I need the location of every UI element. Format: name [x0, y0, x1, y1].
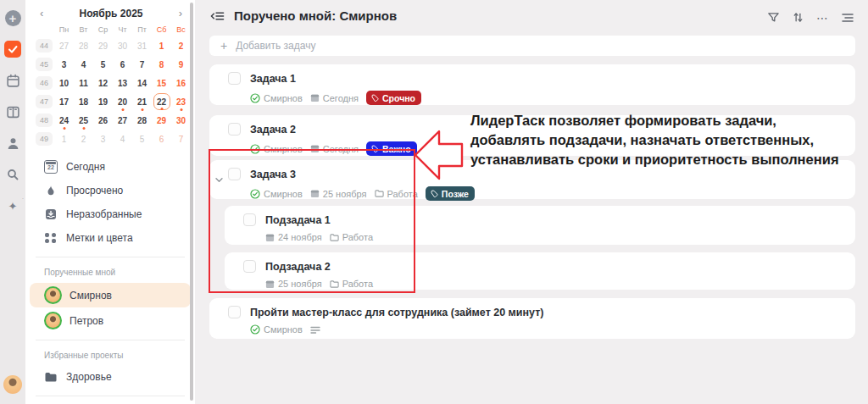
calendar-prev-button[interactable]: ‹: [37, 7, 46, 19]
priority-badge-later[interactable]: Позже: [426, 186, 475, 201]
kanban-icon[interactable]: [4, 103, 21, 120]
task-date[interactable]: 25 ноября: [310, 189, 367, 199]
calendar-day[interactable]: 27: [56, 37, 73, 54]
task-assignee[interactable]: Смирнов: [250, 93, 303, 103]
task-date[interactable]: 24 ноября: [265, 232, 322, 242]
notes-icon[interactable]: [310, 325, 320, 334]
add-task-input[interactable]: + Добавить задачу: [209, 36, 855, 56]
calendar-day[interactable]: 28: [134, 112, 151, 129]
add-task-placeholder: Добавить задачу: [236, 40, 315, 52]
calendar-day[interactable]: 17: [56, 93, 73, 110]
sparkles-icon[interactable]: ✦∙: [4, 197, 21, 214]
today-icon: 22: [44, 160, 58, 174]
subtask-card-2[interactable]: Подзадача 2 25 ноября Работа: [225, 252, 855, 290]
profile-avatar[interactable]: [3, 375, 22, 394]
view-options-icon[interactable]: [840, 10, 854, 25]
search-icon[interactable]: [4, 166, 21, 183]
task-assignee[interactable]: Смирнов: [250, 144, 303, 154]
task-assignee[interactable]: Смирнов: [250, 324, 303, 335]
calendar-day[interactable]: 29: [95, 37, 112, 54]
chevron-down-icon[interactable]: [215, 171, 223, 186]
calendar-day[interactable]: 15: [153, 75, 170, 91]
calendar-day[interactable]: 1: [56, 130, 73, 147]
calendar-day[interactable]: 30: [173, 112, 190, 129]
calendar-day[interactable]: 4: [75, 56, 92, 73]
calendar-day[interactable]: 19: [95, 93, 112, 110]
collapse-panel-icon[interactable]: [210, 8, 225, 23]
calendar-day[interactable]: 16: [173, 75, 190, 91]
task-assignee[interactable]: Смирнов: [250, 189, 303, 199]
calendar-day[interactable]: 7: [134, 56, 151, 73]
sidebar-item-smirnov[interactable]: Смирнов: [30, 283, 191, 307]
task-date[interactable]: 25 ноября: [265, 279, 322, 289]
priority-badge-important[interactable]: Важно: [366, 141, 417, 156]
calendar-day[interactable]: 20: [114, 93, 131, 110]
calendar-day[interactable]: 6: [153, 130, 170, 147]
labels-icon: [44, 231, 58, 245]
calendar-day[interactable]: 2: [173, 37, 190, 54]
task-card-masterclass[interactable]: Пройти мастер-класс для сотрудника (займ…: [209, 298, 855, 339]
calendar-day[interactable]: 6: [114, 56, 131, 73]
calendar-next-button[interactable]: ›: [176, 7, 185, 19]
add-icon[interactable]: +: [5, 10, 21, 26]
calendar-day[interactable]: 28: [75, 37, 92, 54]
divider: [36, 340, 185, 340]
task-project[interactable]: Работа: [330, 279, 373, 289]
sidebar-scrollbar[interactable]: [190, 3, 193, 401]
calendar-day[interactable]: 21: [134, 93, 151, 110]
sidebar-item-zdorovye[interactable]: Здоровье: [25, 365, 195, 389]
calendar-day[interactable]: 24: [56, 112, 73, 129]
calendar-day[interactable]: 7: [173, 130, 190, 147]
calendar-day[interactable]: 13: [114, 75, 131, 91]
calendar-day-selected[interactable]: 22: [153, 93, 170, 110]
task-checkbox[interactable]: [243, 260, 256, 273]
calendar-day[interactable]: 26: [95, 112, 112, 129]
task-project[interactable]: Работа: [375, 189, 418, 199]
task-checkbox[interactable]: [243, 213, 256, 226]
task-project[interactable]: Работа: [330, 232, 373, 242]
task-checkbox[interactable]: [228, 72, 241, 85]
task-checkbox[interactable]: [228, 306, 241, 318]
calendar-day[interactable]: 4: [114, 130, 131, 147]
calendar-day[interactable]: 31: [134, 37, 151, 54]
task-card-1[interactable]: Задача 1 Смирнов Сегодня Срочно: [209, 64, 855, 105]
calendar-day[interactable]: 9: [173, 56, 190, 73]
sidebar-item-overdue[interactable]: Просрочено: [25, 179, 195, 202]
calendar-day[interactable]: 3: [56, 56, 73, 73]
calendar-day[interactable]: 30: [114, 37, 131, 54]
calendar-day[interactable]: 11: [75, 75, 92, 91]
subtask-card-1[interactable]: Подзадача 1 24 ноября Работа: [225, 206, 855, 245]
calendar-day[interactable]: 5: [95, 56, 112, 73]
filter-icon[interactable]: [766, 10, 781, 25]
task-title: Задача 1: [250, 73, 296, 85]
sidebar-item-labels[interactable]: Метки и цвета: [25, 226, 195, 250]
calendar-day[interactable]: 2: [75, 130, 92, 147]
more-icon[interactable]: ⋯: [815, 10, 830, 25]
calendar-day[interactable]: 1: [153, 37, 170, 54]
calendar-day[interactable]: 29: [153, 112, 170, 129]
sidebar-item-today[interactable]: 22 Сегодня: [25, 155, 195, 179]
task-date[interactable]: Сегодня: [310, 144, 359, 154]
sidebar-item-petrov[interactable]: Петров: [30, 308, 191, 333]
calendar-day[interactable]: 12: [95, 75, 112, 91]
calendar-day[interactable]: 18: [75, 93, 92, 110]
priority-badge-urgent[interactable]: Срочно: [366, 91, 421, 105]
task-checkbox[interactable]: [228, 123, 241, 136]
person-icon[interactable]: [4, 135, 21, 152]
calendar-day[interactable]: 14: [134, 75, 151, 91]
tasks-icon[interactable]: [4, 41, 21, 58]
calendar-day[interactable]: 3: [95, 130, 112, 147]
sort-icon[interactable]: [791, 10, 805, 25]
sidebar-item-inbox[interactable]: Неразобранные: [25, 202, 195, 226]
calendar-day[interactable]: 10: [56, 75, 73, 91]
calendar-icon[interactable]: [4, 72, 21, 89]
menu-label: Неразобранные: [66, 208, 142, 220]
calendar-day[interactable]: 8: [153, 56, 170, 73]
calendar-day[interactable]: 5: [134, 130, 151, 147]
calendar-day[interactable]: 25: [75, 112, 92, 129]
task-date[interactable]: Сегодня: [310, 93, 359, 103]
sidebar-menu: 22 Сегодня Просрочено Неразобранные Мет: [25, 148, 195, 396]
calendar-day[interactable]: 23: [173, 93, 190, 110]
task-checkbox[interactable]: [228, 168, 241, 180]
calendar-day[interactable]: 27: [114, 112, 131, 129]
